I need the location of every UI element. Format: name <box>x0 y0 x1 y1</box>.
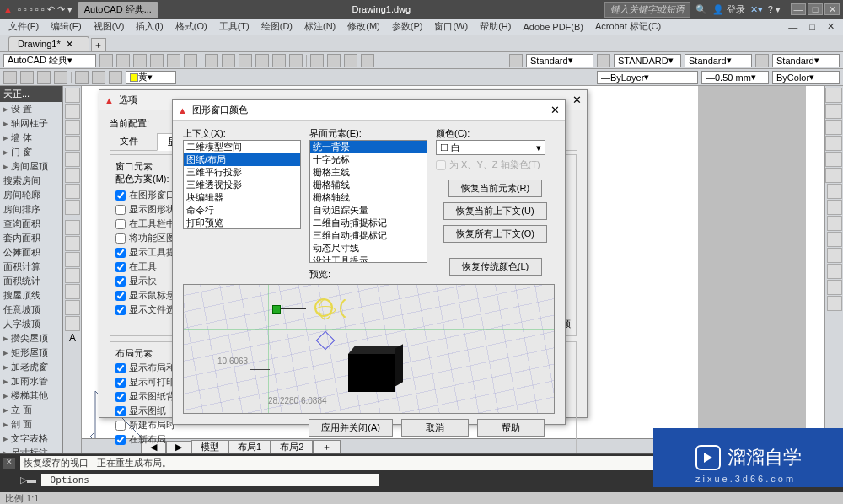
sidebar-item[interactable]: 攒尖屋顶 <box>0 331 62 346</box>
sidebar-item[interactable]: 面积计算 <box>0 260 62 274</box>
sidebar-item[interactable]: 矩形屋顶 <box>0 346 62 360</box>
sidebar-item[interactable]: 设 置 <box>0 102 62 116</box>
color-combo[interactable]: 黄▾ <box>126 71 176 84</box>
workspace-combo[interactable]: AutoCAD 经典▾ <box>3 54 96 67</box>
list-item[interactable]: 栅格主线 <box>310 166 427 179</box>
nav-icon[interactable] <box>825 104 840 119</box>
tool-ellipse-icon[interactable] <box>65 168 80 183</box>
sidebar-item[interactable]: 墙 体 <box>0 131 62 145</box>
sidebar-item[interactable]: 搜屋顶线 <box>0 288 62 303</box>
sidebar-item[interactable]: 面积统计 <box>0 274 62 288</box>
nav-icon[interactable] <box>825 168 840 183</box>
bycolor-combo[interactable]: ByColor▾ <box>772 71 840 84</box>
tool-icon[interactable] <box>327 54 341 67</box>
sidebar-item[interactable]: 门 窗 <box>0 145 62 159</box>
nav-icon[interactable] <box>825 152 840 167</box>
context-list[interactable]: 二维模型空间图纸/布局三维平行投影三维透视投影块编辑器命令行打印预览 <box>183 140 301 229</box>
menu-item[interactable]: Adobe PDF(B) <box>518 20 588 34</box>
mdi-max[interactable]: □ <box>804 20 820 34</box>
tool-icon[interactable] <box>150 54 164 67</box>
lw-combo[interactable]: —0.50 mm▾ <box>701 71 769 84</box>
menu-item[interactable]: 绘图(D) <box>256 19 298 35</box>
tab-files[interactable]: 文件 <box>110 133 148 150</box>
sidebar-item[interactable]: 套内面积 <box>0 231 62 245</box>
tool-icon[interactable] <box>222 54 235 67</box>
tool-trim-icon[interactable] <box>65 300 80 315</box>
mod-icon[interactable] <box>827 264 842 279</box>
style-combo[interactable]: Standard▾ <box>685 54 752 67</box>
restore-element-button[interactable]: 恢复当前元素(R) <box>448 180 542 197</box>
doc-tab[interactable]: Drawing1* ✕ <box>8 36 89 51</box>
mod-icon[interactable] <box>827 296 842 311</box>
help-icon[interactable]: ? ▾ <box>768 4 781 15</box>
list-item[interactable]: 栅格轴线 <box>310 191 427 204</box>
sidebar-item[interactable]: 剖 面 <box>0 417 62 432</box>
tool-icon[interactable] <box>99 54 113 67</box>
mod-icon[interactable] <box>827 280 842 295</box>
tool-icon[interactable] <box>205 54 218 67</box>
tool-icon[interactable] <box>133 54 147 67</box>
menu-item[interactable]: 标注(N) <box>299 19 341 35</box>
search-icon[interactable]: 🔍 <box>695 4 707 15</box>
list-item[interactable]: 十字光标 <box>310 153 427 166</box>
menu-item[interactable]: 修改(M) <box>342 19 385 35</box>
tool-icon[interactable] <box>54 71 67 84</box>
tool-icon[interactable] <box>755 54 769 67</box>
help-button[interactable]: 帮助 <box>477 419 545 437</box>
sidebar-item[interactable]: 轴网柱子 <box>0 116 62 131</box>
restore-all-button[interactable]: 恢复所有上下文(O) <box>443 225 547 243</box>
menu-item[interactable]: 视图(V) <box>89 19 130 35</box>
cancel-button[interactable]: 取消 <box>401 419 469 437</box>
tool-icon[interactable] <box>116 54 130 67</box>
menu-item[interactable]: Acrobat 标记(C) <box>590 19 666 35</box>
sidebar-item[interactable]: 查询面积 <box>0 217 62 231</box>
sidebar-item[interactable]: 立 面 <box>0 403 62 417</box>
tool-text-icon[interactable] <box>65 200 80 215</box>
mod-icon[interactable] <box>827 200 842 215</box>
tool-icon[interactable] <box>184 54 197 67</box>
tool-icon[interactable] <box>92 71 105 84</box>
list-item[interactable]: 三维自动捕捉标记 <box>310 229 427 242</box>
tool-icon[interactable] <box>20 71 34 84</box>
nav-icon[interactable] <box>825 136 840 151</box>
list-item[interactable]: 三维透视投影 <box>184 179 300 191</box>
list-item[interactable]: 块编辑器 <box>184 191 300 204</box>
tool-icon[interactable] <box>310 54 324 67</box>
new-tab[interactable]: ＋ <box>91 38 106 51</box>
tool-line-icon[interactable] <box>65 88 80 103</box>
tool-rotate-icon[interactable] <box>65 252 80 267</box>
menu-item[interactable]: 文件(F) <box>3 19 44 35</box>
tool-icon[interactable] <box>289 54 303 67</box>
sidebar-item[interactable]: 楼梯其他 <box>0 389 62 403</box>
style-combo[interactable]: STANDARD▾ <box>614 54 681 67</box>
close-button[interactable]: ✕ <box>824 3 840 15</box>
tool-arc-icon[interactable] <box>65 136 80 151</box>
tool-circle-icon[interactable] <box>65 120 80 135</box>
mod-icon[interactable] <box>827 216 842 231</box>
close-icon[interactable]: ✕ <box>550 104 560 116</box>
tool-icon[interactable] <box>272 54 286 67</box>
tool-pline-icon[interactable] <box>65 104 80 119</box>
tool-scale-icon[interactable] <box>65 284 80 299</box>
menu-item[interactable]: 参数(P) <box>387 19 428 35</box>
sidebar-item[interactable]: 任意坡顶 <box>0 303 62 317</box>
list-item[interactable]: 二维模型空间 <box>184 141 300 153</box>
tool-icon[interactable] <box>344 54 357 67</box>
canvas[interactable]: ▲ 选项 ✕ 当前配置: 文件 显示 窗口元素 配色方案(M): 在图形窗口显示… <box>82 86 824 453</box>
list-item[interactable]: 三维平行投影 <box>184 166 300 179</box>
login[interactable]: 👤 登录 <box>712 3 745 16</box>
tool-hatch-icon[interactable] <box>65 184 80 199</box>
tool-icon[interactable] <box>597 54 610 67</box>
mod-icon[interactable] <box>827 184 842 199</box>
sidebar-item[interactable]: 房间轮廓 <box>0 188 62 202</box>
tool-offset-icon[interactable] <box>65 316 80 331</box>
color-combo[interactable]: ☐ 白▾ <box>436 140 545 155</box>
tool-mirror-icon[interactable] <box>65 268 80 283</box>
tool-rect-icon[interactable] <box>65 152 80 167</box>
list-item[interactable]: 统一背景 <box>310 141 427 153</box>
mdi-close[interactable]: ✕ <box>822 19 840 34</box>
list-item[interactable]: 命令行 <box>184 204 300 217</box>
tool-icon[interactable] <box>255 54 269 67</box>
layer-combo[interactable]: — ByLayer ▾ <box>597 71 698 84</box>
menu-item[interactable]: 帮助(H) <box>475 19 516 35</box>
